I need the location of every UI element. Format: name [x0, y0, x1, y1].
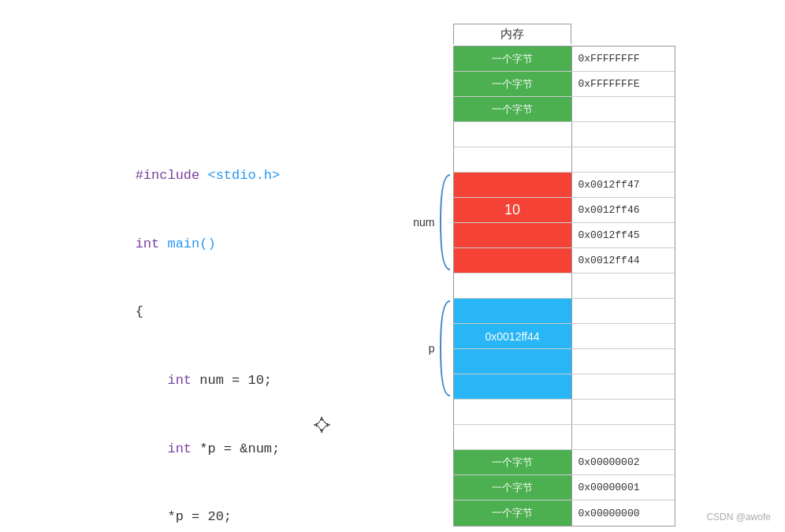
mem-cell-10	[454, 299, 572, 323]
mem-cell-7	[454, 223, 572, 247]
mem-cell-5	[454, 173, 572, 197]
mem-row-1: 一个字节 0xFFFFFFFE	[454, 72, 675, 97]
mem-addr-16: 0x00000002	[572, 450, 675, 474]
code-int-kw3: int	[167, 441, 199, 456]
mem-row-16: 一个字节 0x00000002	[454, 450, 675, 475]
mem-row-3	[454, 122, 675, 147]
mem-row-5: 0x0012ff47	[454, 173, 675, 198]
mem-row-10	[454, 299, 675, 324]
code-p-decl: *p = &num;	[199, 441, 280, 456]
code-line-include: #include <stdio.h>	[71, 142, 323, 210]
mem-addr-9	[572, 273, 675, 298]
memory-grid: 一个字节 0xFFFFFFFF 一个字节 0xFFFFFFFE 一个字节	[453, 46, 675, 526]
mem-cell-1: 一个字节	[454, 72, 572, 96]
code-line-intp: int *p = &num;	[71, 415, 323, 484]
mem-addr-15	[572, 425, 675, 449]
mem-cell-4	[454, 147, 572, 172]
mem-cell-11: 0x0012ff44	[454, 324, 572, 348]
mem-row-17: 一个字节 0x00000001	[454, 475, 675, 500]
mem-addr-18: 0x00000000	[572, 500, 675, 526]
mem-addr-10	[572, 299, 675, 323]
mem-addr-5: 0x0012ff47	[572, 173, 675, 197]
code-block: #include <stdio.h> int main() { int num …	[71, 142, 323, 532]
mem-addr-17: 0x00000001	[572, 475, 675, 500]
mem-row-11: 0x0012ff44	[454, 324, 675, 349]
mem-row-7: 0x0012ff45	[454, 223, 675, 248]
mem-cell-16: 一个字节	[454, 450, 572, 474]
mem-addr-2	[572, 97, 675, 121]
mem-row-6: 10 0x0012ff46	[454, 198, 675, 223]
memory-table-container: 内存 一个字节 0xFFFFFFFF 一个字节 0xFFFFFFFE 一个字节	[453, 24, 675, 526]
mem-row-13	[454, 374, 675, 400]
mem-cell-12	[454, 349, 572, 374]
mem-addr-6: 0x0012ff46	[572, 198, 675, 222]
mem-cell-3	[454, 122, 572, 147]
mem-addr-8: 0x0012ff44	[572, 248, 675, 273]
mem-cell-8	[454, 248, 572, 273]
mem-row-2: 一个字节	[454, 97, 675, 122]
mem-addr-11	[572, 324, 675, 348]
mem-cell-15	[454, 425, 572, 449]
crosshair-cursor: ⯎	[314, 416, 331, 437]
mem-addr-3	[572, 122, 675, 147]
mem-row-9	[454, 273, 675, 299]
code-open-brace: {	[136, 304, 143, 319]
mem-cell-0: 一个字节	[454, 47, 572, 71]
mem-row-12	[454, 349, 675, 374]
num-label-text: num	[413, 216, 434, 229]
mem-row-0: 一个字节 0xFFFFFFFF	[454, 47, 675, 72]
mem-row-18: 一个字节 0x00000000	[454, 500, 675, 526]
mem-cell-6: 10	[454, 198, 572, 222]
mem-row-4	[454, 147, 675, 173]
num-label-group: num	[413, 172, 451, 273]
code-include: #include	[136, 168, 208, 183]
code-line-assign: *p = 20;	[71, 483, 323, 532]
code-line-intnum: int num = 10;	[71, 347, 323, 415]
code-num-decl: num = 10;	[199, 373, 272, 388]
code-indent2	[136, 441, 168, 456]
memory-wrapper: num p 内存 一	[410, 24, 675, 526]
mem-addr-4	[572, 147, 675, 172]
mem-addr-13	[572, 374, 675, 399]
main-container: #include <stdio.h> int main() { int num …	[0, 0, 785, 532]
code-stdio: <stdio.h>	[207, 168, 280, 183]
mem-cell-13	[454, 374, 572, 399]
code-assign: *p = 20;	[136, 509, 232, 524]
num-bracket-svg	[437, 172, 452, 273]
mem-cell-18: 一个字节	[454, 500, 572, 526]
code-int-kw2: int	[167, 373, 199, 388]
code-main-fn: main()	[167, 236, 215, 251]
mem-cell-17: 一个字节	[454, 475, 572, 500]
mem-cell-2: 一个字节	[454, 97, 572, 121]
memory-section: num p 内存 一	[323, 16, 761, 526]
code-indent1	[136, 373, 168, 388]
mem-row-8: 0x0012ff44	[454, 248, 675, 273]
p-label-group: p	[429, 298, 452, 399]
p-label-text: p	[429, 342, 435, 355]
code-int-kw: int	[136, 236, 168, 251]
mem-addr-12	[572, 349, 675, 374]
mem-addr-14	[572, 400, 675, 424]
mem-row-14	[454, 400, 675, 425]
code-section: #include <stdio.h> int main() { int num …	[24, 16, 323, 532]
mem-addr-7: 0x0012ff45	[572, 223, 675, 247]
memory-title: 内存	[453, 24, 571, 44]
mem-cell-9	[454, 273, 572, 298]
mem-cell-14	[454, 400, 572, 424]
code-line-main: int main()	[71, 210, 323, 279]
mem-row-15	[454, 425, 675, 450]
code-line-open-brace: {	[71, 278, 323, 347]
p-bracket-svg	[437, 298, 452, 399]
mem-addr-1: 0xFFFFFFFE	[572, 72, 675, 96]
attribution: CSDN @awofe	[706, 512, 771, 523]
mem-addr-0: 0xFFFFFFFF	[572, 47, 675, 71]
